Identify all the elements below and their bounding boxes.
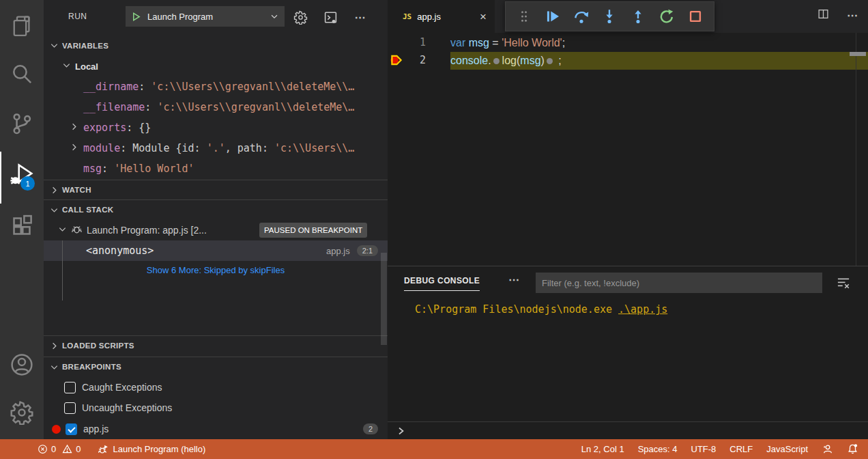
editor-more-actions-icon[interactable]: ⋯ — [847, 9, 858, 22]
console-input-row[interactable] — [388, 421, 868, 440]
toolbar-drag-grip[interactable] — [514, 6, 534, 27]
panel-more-actions-icon[interactable]: ⋯ — [508, 273, 520, 286]
code-editor[interactable]: 1 2 var msg = 'Hello World'; console.log… — [388, 33, 868, 266]
chevron-down-icon — [61, 60, 72, 73]
chevron-down-icon — [49, 205, 59, 215]
frame-file-label: app.js — [326, 246, 350, 256]
breakpoint-row[interactable]: Caught Exceptions — [44, 377, 388, 398]
line-number: 1 — [388, 36, 426, 48]
variable-row-exports[interactable]: exports: {} — [44, 117, 388, 138]
chevron-right-icon — [49, 341, 59, 351]
language-mode[interactable]: JavaScript — [766, 444, 808, 454]
chevron-right-icon — [49, 185, 59, 195]
activity-bar: 1 — [0, 0, 44, 439]
bug-icon — [71, 223, 83, 238]
show-more-frames-link[interactable]: Show 6 More: Skipped by skipFiles — [44, 261, 388, 279]
clear-console-icon[interactable] — [837, 276, 850, 292]
frame-position-badge: 2:1 — [357, 245, 378, 256]
watch-section-header[interactable]: WATCH — [44, 180, 388, 199]
call-stack-session-row[interactable]: Launch Program: app.js [2... PAUSED ON B… — [44, 220, 388, 240]
breakpoint-dot-icon — [52, 425, 61, 434]
launch-config-label: Launch Program — [147, 12, 270, 22]
chevron-right-icon — [69, 122, 79, 135]
encoding[interactable]: UTF-8 — [691, 444, 717, 454]
run-debug-sidebar: RUN Launch Program ⋯ VARIABLES — [44, 0, 388, 439]
sidebar-scrollbar[interactable] — [381, 253, 387, 345]
filter-placeholder: Filter (e.g. text, !exclude) — [542, 278, 639, 288]
code-line-2: console.log(msg) ; — [450, 52, 562, 70]
notifications-bell-icon[interactable] — [847, 443, 858, 455]
tree-indent-guide — [62, 240, 63, 301]
checkbox[interactable] — [64, 382, 76, 393]
chevron-right-icon — [69, 142, 79, 155]
loaded-scripts-section-header[interactable]: LOADED SCRIPTS — [44, 335, 388, 355]
stop-icon[interactable] — [685, 6, 706, 27]
editor-group: JS app.js × ⋯ — [388, 0, 868, 439]
breakpoint-label: app.js — [83, 423, 108, 434]
close-tab-icon[interactable]: × — [480, 11, 487, 23]
breakpoint-count-badge: 2 — [363, 423, 378, 434]
views-more-actions-icon[interactable]: ⋯ — [352, 9, 368, 25]
breakpoints-section-header[interactable]: BREAKPOINTS — [44, 357, 388, 376]
variable-row-filename[interactable]: __filename: 'c:\\Users\\gregvanl\\delete… — [44, 97, 388, 117]
chevron-down-icon — [57, 224, 68, 237]
line-number: 2 — [388, 54, 426, 66]
run-and-debug-icon[interactable]: 1 — [0, 156, 44, 191]
inline-breakpoint-dot-icon[interactable] — [493, 58, 500, 64]
launch-config-dropdown[interactable]: Launch Program — [126, 6, 285, 27]
indentation[interactable]: Spaces: 4 — [638, 444, 678, 454]
debug-count-badge: 1 — [20, 176, 35, 191]
sidebar-title: RUN — [68, 12, 87, 21]
explorer-icon[interactable] — [0, 8, 44, 44]
restart-icon[interactable] — [656, 6, 677, 27]
problems-indicator[interactable]: 0 0 — [38, 444, 81, 454]
tab-debug-console[interactable]: DEBUG CONSOLE — [404, 276, 480, 291]
step-out-icon[interactable] — [628, 6, 648, 27]
search-icon[interactable] — [0, 56, 44, 92]
console-output-line[interactable]: C:\Program Files\nodejs\node.exe .\app.j… — [415, 302, 667, 317]
continue-icon[interactable] — [542, 6, 563, 27]
code-line-1: var msg = 'Hello World'; — [450, 34, 565, 52]
checkbox[interactable] — [64, 402, 76, 414]
settings-gear-icon[interactable] — [0, 395, 44, 430]
checkbox[interactable] — [66, 423, 77, 435]
debug-console-panel: DEBUG CONSOLE ⋯ Filter (e.g. text, !excl… — [388, 266, 868, 439]
source-control-icon[interactable] — [0, 106, 44, 141]
breakpoint-row[interactable]: app.js 2 — [44, 419, 388, 439]
inline-breakpoint-dot-icon[interactable] — [547, 58, 553, 64]
debug-session-indicator[interactable]: Launch Program (hello) — [98, 443, 205, 455]
javascript-file-icon: JS — [403, 12, 411, 21]
tab-appjs[interactable]: JS app.js × — [388, 0, 495, 33]
start-debug-icon — [131, 12, 141, 22]
breakpoint-row[interactable]: Uncaught Exceptions — [44, 398, 388, 418]
call-stack-frame-row[interactable]: <anonymous> app.js 2:1 — [44, 240, 388, 261]
account-icon[interactable] — [0, 347, 44, 382]
cursor-position[interactable]: Ln 2, Col 1 — [581, 444, 624, 454]
open-launch-json-gear-icon[interactable] — [292, 9, 308, 25]
feedback-icon[interactable] — [822, 443, 833, 455]
split-editor-icon[interactable] — [818, 8, 829, 23]
paused-on-breakpoint-badge: PAUSED ON BREAKPOINT — [259, 223, 367, 238]
variable-row-msg[interactable]: msg: 'Hello World' — [44, 158, 388, 179]
error-icon — [38, 444, 48, 454]
variable-row-dirname[interactable]: __dirname: 'c:\\Users\\gregvanl\\deleteM… — [44, 76, 388, 97]
step-into-icon[interactable] — [599, 6, 620, 27]
extensions-icon[interactable] — [0, 208, 44, 244]
eol-sequence[interactable]: CRLF — [729, 444, 753, 454]
chevron-down-icon — [49, 40, 59, 51]
scrollbar-marker[interactable] — [850, 52, 866, 56]
status-bar: 0 0 Launch Program (hello) Ln 2, Col 1 S… — [0, 439, 868, 459]
console-filter-input[interactable]: Filter (e.g. text, !exclude) — [536, 273, 822, 293]
debug-bug-icon — [98, 443, 109, 455]
variable-row-module[interactable]: module: Module {id: '.', path: 'c:\\User… — [44, 138, 388, 158]
breakpoint-label: Caught Exceptions — [82, 382, 162, 393]
call-stack-section-header[interactable]: CALL STACK — [44, 199, 388, 219]
step-over-icon[interactable] — [571, 6, 592, 27]
breakpoint-label: Uncaught Exceptions — [82, 402, 172, 413]
overview-ruler-divider — [856, 33, 856, 266]
scope-row-local[interactable]: Local — [44, 56, 388, 76]
chevron-down-icon — [270, 12, 279, 21]
variables-section-header[interactable]: VARIABLES — [44, 36, 388, 55]
debug-toolbar — [505, 1, 714, 31]
debug-console-panel-icon[interactable] — [322, 9, 338, 25]
